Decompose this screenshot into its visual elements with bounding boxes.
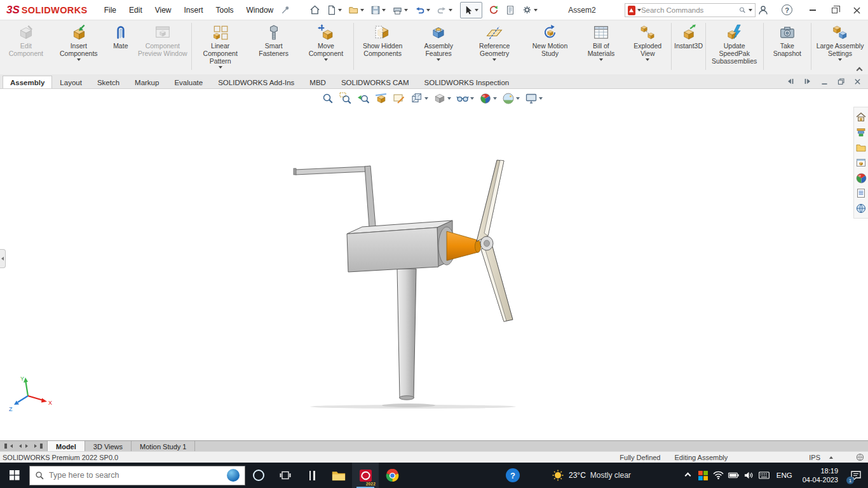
menu-insert[interactable]: Insert [178,0,210,20]
menu-file[interactable]: File [98,0,123,20]
tab-solidworks-cam[interactable]: SOLIDWORKS CAM [334,76,417,88]
tab-evaluate[interactable]: Evaluate [166,76,210,88]
new-document-button[interactable] [324,2,344,18]
taskbar-search-input[interactable] [49,471,222,480]
menu-edit[interactable]: Edit [123,0,149,20]
solidworks-taskbar-button[interactable]: 2022 [352,463,379,488]
chrome-button[interactable] [379,463,405,488]
menu-tools[interactable]: Tools [210,0,240,20]
chevron-down-icon[interactable] [492,58,496,61]
units-selector[interactable]: IPS [809,454,820,461]
pinned-app-icon[interactable] [299,463,325,488]
ribbon-update-speedpak-button[interactable]: Update SpeedPak Subassemblies [707,22,763,72]
ribbon-insert-components-button[interactable]: Insert Components [51,22,107,72]
tab-scroll-last-button[interactable] [33,444,44,449]
doc-close-icon[interactable] [853,78,862,86]
tray-chevron-up-icon[interactable] [681,463,696,488]
ribbon-smart-fasteners-button[interactable]: Smart Fasteners [248,22,299,72]
close-button[interactable] [846,0,868,20]
start-button[interactable] [0,463,29,488]
ribbon-take-snapshot-button[interactable]: Take Snapshot [764,22,811,72]
ribbon-large-assembly-settings-button[interactable]: Large Assembly Settings [812,22,868,72]
tab-mbd[interactable]: MBD [302,76,334,88]
menu-window[interactable]: Window [240,0,280,20]
ribbon-show-hidden-components-button[interactable]: Show Hidden Components [355,22,410,72]
graphics-area[interactable]: Y X Z [0,89,868,440]
view-palette-icon[interactable] [855,157,867,169]
wind-turbine-model[interactable] [0,89,868,440]
search-commands-input[interactable] [641,6,739,14]
chevron-down-icon[interactable] [324,58,328,61]
chevron-down-icon[interactable] [77,58,81,61]
tab-assembly[interactable]: Assembly [3,76,52,88]
command-search-box[interactable] [625,3,756,17]
save-button[interactable] [368,2,388,18]
chevron-down-icon[interactable] [749,9,752,11]
ribbon-assembly-features-button[interactable]: Assembly Features [410,22,466,72]
chevron-down-icon[interactable] [437,58,440,61]
battery-icon[interactable] [726,463,742,488]
menu-view[interactable]: View [149,0,178,20]
tab-motion-study-1[interactable]: Motion Study 1 [132,441,195,451]
options-gear-button[interactable] [519,2,540,18]
tab-solidworks-add-ins[interactable]: SOLIDWORKS Add-Ins [210,76,302,88]
redo-button[interactable] [434,2,455,18]
design-library-icon[interactable] [855,126,867,139]
task-view-button[interactable] [272,463,299,488]
tab-model[interactable]: Model [48,441,85,451]
language-indicator[interactable]: ENG [772,471,797,479]
ribbon-reference-geometry-button[interactable]: Reference Geometry [466,22,522,72]
tab-3d-views[interactable]: 3D Views [85,441,132,451]
print-button[interactable] [390,2,410,18]
open-document-button[interactable] [346,2,367,18]
select-tool-button[interactable] [460,2,482,18]
chevron-down-icon[interactable] [219,66,222,69]
web-status-icon[interactable] [856,453,864,461]
file-explorer-button[interactable] [325,463,352,488]
tab-markup[interactable]: Markup [127,76,166,88]
rebuild-button[interactable] [486,2,501,18]
tab-scroll-first-button[interactable] [3,444,14,449]
ribbon-linear-component-pattern-button[interactable]: Linear Component Pattern [193,22,248,72]
doc-minimize-icon[interactable] [820,78,829,86]
taskbar-search[interactable] [29,466,245,485]
taskbar-weather[interactable]: 23°C Mostly clear [552,469,631,482]
file-explorer-pane-icon[interactable] [855,142,867,154]
taskbar-clock[interactable]: 18:19 04-04-2023 [803,466,838,485]
restore-button[interactable] [824,0,846,20]
ribbon-move-component-button[interactable]: Move Component [299,22,353,72]
pane-collapse-left-icon[interactable] [786,77,795,86]
feature-manager-splitter[interactable] [0,249,6,268]
touch-keyboard-icon[interactable] [757,463,772,488]
tray-app-icon[interactable] [696,463,711,488]
chevron-down-icon[interactable] [838,58,842,61]
ribbon-bill-of-materials-button[interactable]: Bill of Materials [578,22,625,72]
tab-layout[interactable]: Layout [52,76,90,88]
help-app-button[interactable]: ? [499,463,526,488]
minimize-button[interactable] [801,0,824,20]
solidworks-forum-icon[interactable] [855,203,867,215]
ribbon-exploded-view-button[interactable]: Exploded View [625,22,670,72]
ribbon-instant3d-button[interactable]: Instant3D [672,22,704,72]
wifi-icon[interactable] [711,463,726,488]
search-icon[interactable] [739,6,746,15]
tab-scroll-prev-button[interactable] [15,444,23,448]
undo-button[interactable] [412,2,433,18]
custom-properties-icon[interactable] [855,187,867,200]
ribbon-mate-button[interactable]: Mate [107,22,135,72]
tab-scroll-next-button[interactable] [24,444,32,448]
account-icon[interactable] [757,4,769,16]
help-icon[interactable]: ? [782,4,792,15]
units-caret-icon[interactable] [829,456,833,459]
cortana-button[interactable] [245,463,272,488]
pane-expand-right-icon[interactable] [803,77,812,86]
chevron-down-icon[interactable] [599,58,603,61]
ribbon-new-motion-study-button[interactable]: New Motion Study [522,22,578,72]
pin-menu-icon[interactable] [281,5,290,15]
appearances-scenes-icon[interactable] [855,172,867,184]
tab-solidworks-inspection[interactable]: SOLIDWORKS Inspection [417,76,517,88]
tab-sketch[interactable]: Sketch [90,76,127,88]
chevron-down-icon[interactable] [646,58,649,61]
file-properties-button[interactable] [503,2,518,18]
home-button[interactable] [307,2,323,18]
